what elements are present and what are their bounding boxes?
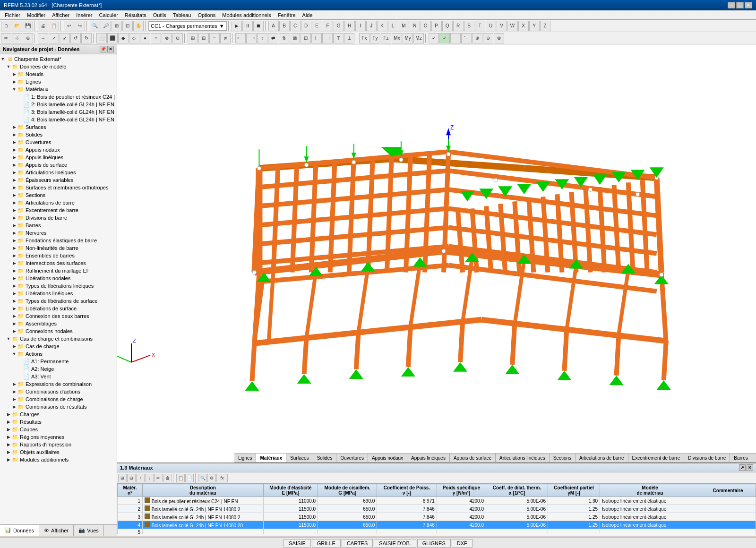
tree-item[interactable]: ▶📁Charges (0, 411, 117, 418)
menu-afficher[interactable]: Afficher (49, 11, 72, 19)
tree-item[interactable]: ▶📁Nervures (0, 229, 117, 237)
panel-close-button[interactable]: ✕ (107, 46, 114, 52)
status-dxf[interactable]: DXF (452, 539, 472, 548)
panel-pin-button[interactable]: 📌 (100, 46, 106, 52)
load-case-dropdown[interactable]: CC1 - Charges permanentes ▼ (148, 21, 227, 31)
tree-item[interactable]: ▶📁Divisions de barre (0, 214, 117, 222)
table-row[interactable]: 2 Bois lamellé-collé GL24h | NF EN 14080… (118, 505, 756, 513)
tb-btn-l[interactable]: L (388, 21, 398, 31)
bottom-tab-lignes[interactable]: Lignes (234, 454, 256, 462)
tbl-btn10[interactable]: ⚙ (207, 474, 216, 482)
table-row[interactable]: 3 Bois lamellé-collé GL24h | NF EN 14080… (118, 513, 756, 521)
menu-modifier[interactable]: Modifier (24, 11, 48, 19)
tb-btn-y[interactable]: Y (529, 21, 540, 31)
pan[interactable]: ✋ (133, 21, 144, 31)
tb-btn-x[interactable]: X (518, 21, 529, 31)
nav-tab-vues[interactable]: 📷 Vues (74, 525, 104, 536)
tree-item[interactable]: 📄A3: Vent (0, 373, 117, 380)
zoom-all[interactable]: ⊞ (112, 21, 122, 31)
tb-btn-p[interactable]: P (431, 21, 442, 31)
tb2-btn24[interactable]: ⇄ (268, 33, 278, 43)
tb-btn-v[interactable]: V (497, 21, 507, 31)
tree-item[interactable]: ▶📁Connexion des deux barres (0, 312, 117, 320)
bottom-tab-barres[interactable]: Barres (730, 454, 752, 462)
tb2-btn22[interactable]: ⟶ (246, 33, 257, 43)
view-area[interactable]: Z (117, 44, 756, 462)
nav-tab-afficher[interactable]: 👁 Afficher (39, 525, 74, 536)
menu-inserer[interactable]: Insérer (73, 11, 95, 19)
bottom-tab-appuis-de-surface[interactable]: Appuis de surface (450, 454, 496, 462)
tree-item[interactable]: ▶📁Assemblages (0, 320, 117, 327)
tree-item[interactable]: ▶📁Cas de charge (0, 342, 117, 350)
bottom-tab-sections[interactable]: Sections (550, 454, 576, 462)
tb-btn-o[interactable]: O (421, 21, 431, 31)
tb-btn-b[interactable]: B (279, 21, 290, 31)
tree-item[interactable]: 📄A1: Permanente (0, 358, 117, 365)
bottom-panel-float-button[interactable]: ↗ (739, 464, 746, 471)
tb-btn-i[interactable]: I (355, 21, 366, 31)
tree-item[interactable]: ▶📁Objets auxiliaires (0, 448, 117, 456)
tb2-btn27[interactable]: ⊡ (301, 33, 311, 43)
tbl-btn6[interactable]: 🗑 (163, 474, 172, 482)
status-saisie-ob[interactable]: SAISIE D'OB. (374, 539, 416, 548)
tree-item[interactable]: ▶📁Ensembles de barres (0, 252, 117, 259)
tb2-btn13[interactable]: ● (140, 33, 150, 43)
tb2-btn4[interactable]: → (38, 33, 48, 43)
print-prev[interactable]: 📋 (49, 21, 59, 31)
tb-btn-e[interactable]: E (312, 21, 322, 31)
tb-btn-r[interactable]: R (453, 21, 464, 31)
tb2-btn1[interactable]: ✏ (1, 33, 11, 43)
tree-item[interactable]: ▶📁Rapports d'impression (0, 441, 117, 448)
open-button[interactable]: 📂 (12, 21, 22, 31)
tree-item[interactable]: ▶📁Raffinement du maillage EF (0, 267, 117, 274)
table-row[interactable]: 1 Bois de peuplier et résineux C24 | NF … (118, 497, 756, 505)
tb-btn-q[interactable]: Q (442, 21, 453, 31)
tb2-btn25[interactable]: ⇅ (279, 33, 289, 43)
tree-item[interactable]: ▶📁Combinaisons de charge (0, 395, 117, 403)
tb2-btn34[interactable]: Fz (381, 33, 391, 43)
tb2-btn5[interactable]: ↗ (49, 33, 59, 43)
tb2-btn37[interactable]: Mz (413, 33, 424, 43)
tree-item[interactable]: ▶📁Types de libérations de surface (0, 297, 117, 305)
tb-btn-extra1[interactable]: ▶ (232, 21, 242, 31)
tb2-btn40[interactable]: ⋯ (450, 33, 461, 43)
tree-item[interactable]: 📄3: Bois lamellé-collé GL24h | NF EN (0, 108, 117, 116)
tree-item[interactable]: ▶📁Intersections des surfaces (0, 259, 117, 267)
tbl-btn2[interactable]: ⊟ (127, 474, 136, 482)
close-button[interactable]: ✕ (745, 2, 752, 9)
tb2-btn33[interactable]: Fy (370, 33, 380, 43)
tbl-btn4[interactable]: ↓ (145, 474, 154, 482)
tb2-btn10[interactable]: ⬛ (107, 33, 118, 43)
nav-tab-donnees[interactable]: 📊 Données (0, 525, 39, 536)
tree-item[interactable]: ▶📁Surfaces (0, 123, 117, 131)
tbl-btn9[interactable]: 🔍 (198, 474, 207, 482)
tb2-btn11[interactable]: ◆ (118, 33, 129, 43)
bottom-tab-surfaces[interactable]: Surfaces (286, 454, 313, 462)
tb2-btn16[interactable]: ⊙ (172, 33, 183, 43)
save-button[interactable]: 💾 (23, 21, 33, 31)
menu-outils[interactable]: Outils (150, 11, 169, 19)
tb2-btn12[interactable]: ◇ (129, 33, 139, 43)
menu-options[interactable]: Options (195, 11, 218, 19)
tb-btn-s[interactable]: S (464, 21, 474, 31)
tb2-btn39[interactable]: ✓ (439, 33, 450, 43)
tb2-btn20[interactable]: ≢ (220, 33, 231, 43)
tree-item[interactable]: ▶📁Expressions de combinaison (0, 380, 117, 388)
tree-item[interactable]: 📄4: Bois lamellé-collé GL24h | NF EN (0, 116, 117, 123)
tree-item[interactable]: ▶📁Combinaisons de résultats (0, 403, 117, 411)
tb2-btn32[interactable]: Fx (359, 33, 369, 43)
menu-aide[interactable]: Aide (300, 11, 316, 19)
tree-item[interactable]: ▶📁Lignes (0, 78, 117, 86)
tb2-btn15[interactable]: ⊗ (162, 33, 172, 43)
tb2-btn17[interactable]: ⊞ (188, 33, 198, 43)
tree-item[interactable]: ▶📁Articulations linéiques (0, 169, 117, 176)
tb2-btn18[interactable]: ⊟ (198, 33, 209, 43)
tree-item[interactable]: ▼📁Cas de charge et combinaisons (0, 335, 117, 342)
tree-item[interactable]: ▶📁Coupes (0, 426, 117, 433)
tb2-btn8[interactable]: ↻ (81, 33, 92, 43)
tb-btn-h[interactable]: H (344, 21, 355, 31)
menu-fenetre[interactable]: Fenêtre (275, 11, 299, 19)
menu-modules[interactable]: Modules additionnels (219, 11, 274, 19)
tree-item[interactable]: ▶📁Sections (0, 191, 117, 199)
tb2-btn30[interactable]: ⊤ (333, 33, 344, 43)
